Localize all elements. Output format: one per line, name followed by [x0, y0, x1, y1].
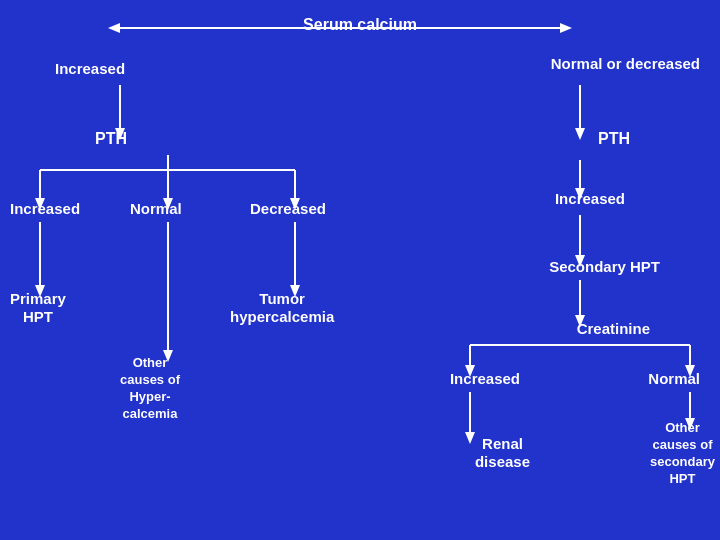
increased-right-label: Increased — [555, 190, 625, 207]
serum-calcium-label: Serum calcium — [303, 16, 417, 34]
other-secondary-hpt-label: Other causes of secondary HPT — [650, 420, 715, 488]
renal-disease-label: Renal disease — [475, 435, 530, 471]
sub-normal-label: Normal — [130, 200, 182, 217]
pth-right-label: PTH — [598, 130, 630, 148]
sub-increased-label: Increased — [10, 200, 80, 217]
sub-decreased-label: Decreased — [250, 200, 326, 217]
normal-decreased-label: Normal or decreased — [551, 55, 700, 72]
increased-left-label: Increased — [55, 60, 125, 77]
svg-marker-34 — [465, 432, 475, 444]
tumor-hypercalcemia-label: Tumor hypercalcemia — [230, 290, 334, 326]
secondary-hpt-label: Secondary HPT — [549, 258, 660, 275]
svg-marker-1 — [108, 23, 120, 33]
svg-marker-4 — [560, 23, 572, 33]
creatinine-normal-label: Normal — [648, 370, 700, 387]
creatinine-increased-label: Increased — [450, 370, 520, 387]
pth-left-label: PTH — [95, 130, 127, 148]
primary-hpt-label: Primary HPT — [10, 290, 66, 326]
creatinine-label: Creatinine — [577, 320, 650, 337]
other-hypercalcemia-label: Other causes of Hyper- calcemia — [120, 355, 180, 423]
diagram: Serum calcium Increased PTH Increased No… — [0, 0, 720, 540]
svg-marker-21 — [575, 128, 585, 140]
